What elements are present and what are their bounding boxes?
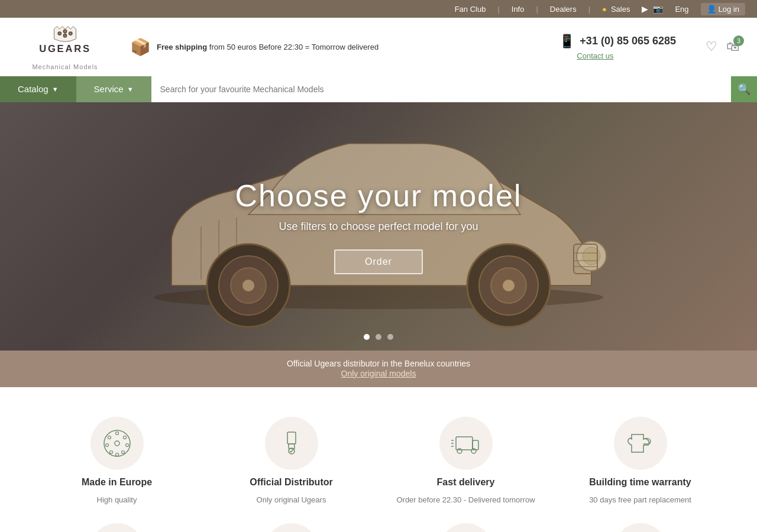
distributor-bar: Official Ugears distributor in the Benel… <box>0 351 757 387</box>
feature-8 <box>559 523 722 532</box>
svg-point-29 <box>109 450 112 453</box>
nav-catalog[interactable]: Catalog ▼ <box>0 76 76 102</box>
feature-delivery: Fast delivery Order before 22.30 - Deliv… <box>384 417 547 505</box>
logo-area: UGEARS Mechanical Models <box>18 24 112 70</box>
hero-dots <box>364 334 393 340</box>
dist-title: Official Distributor <box>250 477 332 488</box>
svg-point-23 <box>104 430 130 456</box>
hero-dot-2[interactable] <box>376 334 381 340</box>
europe-sub: High quality <box>97 495 137 505</box>
topbar-fanclub[interactable]: Fan Club <box>455 5 486 14</box>
catalog-label: Catalog <box>18 84 48 94</box>
header-center: 📦 Free shipping from 50 euros Before 22:… <box>130 37 541 57</box>
login-button[interactable]: 👤 Log in <box>701 3 745 15</box>
divider2: | <box>536 5 538 14</box>
feature-europe: Made in Europe High quality <box>35 417 198 505</box>
contact-link[interactable]: Contact us <box>577 51 613 60</box>
hero-section: Choose your model Use filters to choose … <box>0 102 757 351</box>
phone-icon: 📱 <box>559 34 575 49</box>
nav-service[interactable]: Service ▼ <box>76 76 151 102</box>
feature-7 <box>384 523 547 532</box>
distributor-icon <box>277 429 306 458</box>
svg-rect-33 <box>287 432 296 444</box>
topbar-sales[interactable]: Sales <box>611 5 630 14</box>
header: UGEARS Mechanical Models 📦 Free shipping… <box>0 18 757 76</box>
warranty-icon <box>626 429 655 458</box>
svg-point-1 <box>63 30 67 33</box>
topbar-dealers[interactable]: Dealers <box>550 5 577 14</box>
topbar-info[interactable]: Info <box>512 5 525 14</box>
search-area: 🔍 <box>151 76 757 102</box>
hero-dot-1[interactable] <box>364 334 370 340</box>
header-right: 📱 +31 (0) 85 065 6285 Contact us <box>559 34 676 60</box>
hero-order-button[interactable]: Order <box>334 249 423 274</box>
divider3: | <box>588 5 590 14</box>
dist-link[interactable]: Only original models <box>341 369 416 378</box>
login-label: Log in <box>719 5 739 14</box>
svg-point-0 <box>58 32 62 35</box>
svg-point-25 <box>123 436 126 439</box>
logo-tagline: Mechanical Models <box>32 63 98 70</box>
svg-point-12 <box>242 280 254 291</box>
phone-row: 📱 +31 (0) 85 065 6285 <box>559 34 676 49</box>
svg-point-32 <box>115 441 119 446</box>
cart-button[interactable]: 🛍 3 <box>726 39 739 54</box>
service-label: Service <box>94 84 124 94</box>
shipping-info: Free shipping from 50 euros Before 22:30… <box>157 41 378 52</box>
shipping-line1: Free shipping from 50 euros <box>157 43 259 51</box>
catalog-chevron: ▼ <box>52 86 59 93</box>
hero-title: Choose your model <box>235 178 522 213</box>
hero-dot-3[interactable] <box>387 334 393 340</box>
svg-rect-36 <box>456 437 473 450</box>
warranty-icon-wrap <box>614 417 667 470</box>
svg-point-16 <box>503 280 515 291</box>
features-grid: Made in Europe High quality Official Dis… <box>35 417 722 532</box>
feature6-icon-wrap <box>265 523 318 532</box>
svg-point-28 <box>115 453 118 456</box>
youtube-icon[interactable]: ▶ <box>642 4 648 14</box>
europe-icon <box>102 429 132 458</box>
nav-bar: Catalog ▼ Service ▼ 🔍 <box>0 76 757 102</box>
person-icon: 👤 <box>707 5 716 14</box>
delivery-icon-wrap <box>439 417 493 470</box>
svg-point-38 <box>457 449 462 453</box>
feature-5 <box>35 523 198 532</box>
hero-subtitle: Use filters to choose perfect model for … <box>235 220 522 233</box>
divider1: | <box>497 5 499 14</box>
shipping-line2: Before 22:30 = Tomorrow delivered <box>259 43 378 51</box>
sales-dot: ● <box>602 5 607 14</box>
warranty-sub: 30 days free part replacement <box>589 495 691 505</box>
phone-number[interactable]: +31 (0) 85 065 6285 <box>580 35 676 47</box>
features-section: Made in Europe High quality Official Dis… <box>0 387 757 532</box>
shipping-icon: 📦 <box>130 37 151 57</box>
dist-text: Official Ugears distributor in the Benel… <box>12 359 745 368</box>
ugears-logo[interactable]: UGEARS <box>30 24 101 62</box>
svg-point-24 <box>115 432 118 434</box>
feature7-icon-wrap <box>439 523 493 532</box>
wishlist-button[interactable]: ♡ <box>706 39 717 54</box>
svg-point-31 <box>108 436 111 439</box>
warranty-title: Building time warranty <box>589 477 691 488</box>
search-icon: 🔍 <box>737 83 750 96</box>
search-button[interactable]: 🔍 <box>731 76 757 102</box>
svg-point-39 <box>471 449 476 453</box>
cart-badge: 3 <box>733 35 744 46</box>
distributor-icon-wrap <box>265 417 318 470</box>
svg-point-27 <box>121 450 124 453</box>
svg-point-26 <box>125 443 128 446</box>
top-bar: Fan Club | Info | Dealers | ● Sales ▶ 📷 … <box>0 0 757 18</box>
shipping-row: 📦 Free shipping from 50 euros Before 22:… <box>130 37 541 57</box>
feature-distributor: Official Distributor Only original Ugear… <box>210 417 373 505</box>
topbar-sales-row: ● Sales <box>602 5 630 14</box>
social-icons: ▶ 📷 <box>642 4 663 14</box>
delivery-title: Fast delivery <box>437 477 495 488</box>
dist-sub: Only original Ugears <box>257 495 326 505</box>
feature-warranty: Building time warranty 30 days free part… <box>559 417 722 505</box>
svg-text:UGEARS: UGEARS <box>39 43 91 54</box>
language-selector[interactable]: Eng <box>675 5 688 14</box>
feature8-icon-wrap <box>614 523 667 532</box>
delivery-icon <box>451 429 481 458</box>
instagram-icon[interactable]: 📷 <box>653 4 663 14</box>
svg-point-2 <box>69 32 72 35</box>
search-input[interactable] <box>151 79 731 100</box>
